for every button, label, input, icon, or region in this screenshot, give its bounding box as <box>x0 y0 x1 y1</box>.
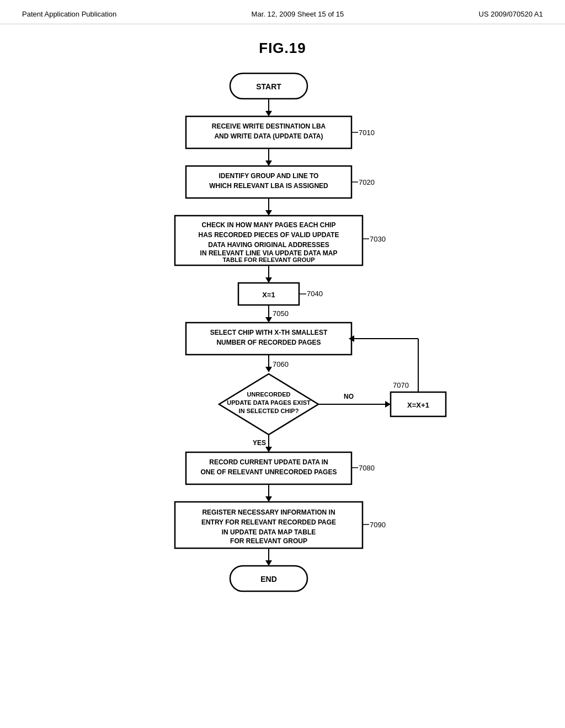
svg-rect-4 <box>186 116 351 148</box>
svg-marker-27 <box>265 277 272 283</box>
svg-text:DATA HAVING ORIGINAL ADDRESSES: DATA HAVING ORIGINAL ADDRESSES <box>208 241 329 249</box>
svg-text:X=1: X=1 <box>262 291 275 299</box>
svg-text:ONE OF RELEVANT UNRECORDED PAG: ONE OF RELEVANT UNRECORDED PAGES <box>201 468 337 476</box>
svg-rect-28 <box>238 283 299 305</box>
svg-text:7030: 7030 <box>370 235 386 243</box>
svg-text:IN UPDATE DATA MAP TABLE: IN UPDATE DATA MAP TABLE <box>222 528 316 536</box>
svg-text:7010: 7010 <box>359 129 375 137</box>
svg-text:NO: NO <box>344 393 354 400</box>
svg-marker-41 <box>219 374 318 435</box>
svg-text:START: START <box>256 82 281 91</box>
svg-text:SELECT CHIP WITH X-TH SMALLEST: SELECT CHIP WITH X-TH SMALLEST <box>210 329 328 336</box>
svg-text:HAS RECORDED PIECES OF VALID U: HAS RECORDED PIECES OF VALID UPDATE <box>199 231 339 239</box>
svg-text:RECORD CURRENT UPDATE DATA IN: RECORD CURRENT UPDATE DATA IN <box>209 458 328 466</box>
svg-text:7070: 7070 <box>393 381 409 389</box>
svg-text:7090: 7090 <box>370 521 386 529</box>
svg-marker-39 <box>265 367 272 372</box>
svg-text:IN RELEVANT LINE VIA UPDATE DA: IN RELEVANT LINE VIA UPDATE DATA MAP <box>200 249 338 257</box>
svg-text:REGISTER NECESSARY INFORMATION: REGISTER NECESSARY INFORMATION IN <box>202 508 335 516</box>
svg-rect-57 <box>186 452 351 484</box>
header-left: Patent Application Publication <box>22 10 116 18</box>
svg-marker-33 <box>265 317 272 323</box>
svg-rect-0 <box>230 73 307 99</box>
svg-marker-72 <box>265 560 272 566</box>
svg-text:FOR RELEVANT GROUP: FOR RELEVANT GROUP <box>230 537 307 545</box>
svg-text:IDENTIFY GROUP AND LINE TO: IDENTIFY GROUP AND LINE TO <box>219 172 319 180</box>
svg-marker-49 <box>385 401 391 408</box>
svg-rect-73 <box>230 566 307 591</box>
svg-text:7040: 7040 <box>307 290 323 298</box>
svg-text:NUMBER OF RECORDED PAGES: NUMBER OF RECORDED PAGES <box>216 339 321 346</box>
svg-text:7050: 7050 <box>273 309 289 318</box>
svg-marker-63 <box>265 496 272 502</box>
header-right: US 2009/070520 A1 <box>479 10 543 18</box>
svg-text:CHECK IN HOW MANY PAGES EACH C: CHECK IN HOW MANY PAGES EACH CHIP <box>202 221 336 229</box>
svg-text:WHICH RELEVANT LBA IS ASSIGNED: WHICH RELEVANT LBA IS ASSIGNED <box>209 182 328 190</box>
svg-rect-35 <box>186 323 351 355</box>
svg-marker-46 <box>265 447 272 452</box>
svg-marker-17 <box>265 210 272 216</box>
svg-marker-3 <box>265 111 272 116</box>
svg-text:UNRECORDED: UNRECORDED <box>247 391 291 398</box>
svg-text:7060: 7060 <box>273 360 289 368</box>
svg-text:TABLE FOR RELEVANT GROUP: TABLE FOR RELEVANT GROUP <box>222 256 315 263</box>
svg-text:AND WRITE DATA (UPDATE DATA): AND WRITE DATA (UPDATE DATA) <box>214 132 323 140</box>
svg-text:7020: 7020 <box>359 178 375 186</box>
svg-rect-64 <box>175 502 363 548</box>
figure-title: FIG.19 <box>0 40 565 57</box>
svg-rect-18 <box>175 216 363 265</box>
svg-text:UPDATE DATA PAGES EXIST: UPDATE DATA PAGES EXIST <box>227 399 311 406</box>
svg-text:ENTRY FOR RELEVANT RECORDED PA: ENTRY FOR RELEVANT RECORDED PAGE <box>201 518 336 526</box>
svg-rect-51 <box>391 392 446 416</box>
svg-marker-56 <box>349 335 354 342</box>
svg-rect-11 <box>186 166 351 198</box>
svg-text:END: END <box>260 575 277 584</box>
svg-text:RECEIVE WRITE DESTINATION LBA: RECEIVE WRITE DESTINATION LBA <box>212 122 326 130</box>
svg-text:IN SELECTED CHIP?: IN SELECTED CHIP? <box>239 408 299 414</box>
svg-marker-10 <box>265 160 272 166</box>
page-header: Patent Application Publication Mar. 12, … <box>0 0 565 24</box>
svg-text:X=X+1: X=X+1 <box>407 401 429 409</box>
svg-text:7080: 7080 <box>359 464 375 472</box>
header-center: Mar. 12, 2009 Sheet 15 of 15 <box>252 10 344 18</box>
svg-text:YES: YES <box>253 439 266 447</box>
